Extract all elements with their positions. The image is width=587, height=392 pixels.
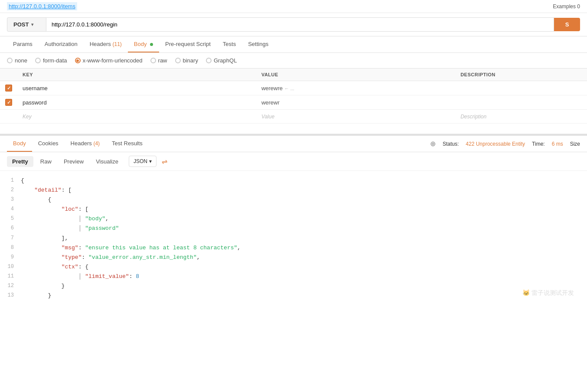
row2-value: werewr [261,99,280,106]
row3-key-cell[interactable]: Key [17,110,256,124]
tab-body[interactable]: Body [128,36,159,52]
row3-checkbox-cell [0,110,17,124]
time-value: 6 ms [552,141,563,147]
row2-value-cell[interactable]: werewr [256,95,455,110]
json-line-9: 9 "type": "value_error.any_str.min_lengt… [7,253,580,262]
radio-raw-circle [150,58,156,63]
json-line-2: 2 "detail": [ [7,186,580,195]
row3-desc-placeholder: Description [460,114,486,120]
row2-desc-cell[interactable] [455,95,587,110]
radio-binary-label: binary [183,57,198,64]
radio-none-circle [7,58,13,63]
tab-authorization[interactable]: Authorization [39,36,84,52]
tab-prerequest[interactable]: Pre-request Script [159,36,217,52]
radio-urlencoded-circle [75,58,81,63]
examples-badge: Examples 0 [553,3,580,10]
json-format-label: JSON [134,158,147,164]
json-line-4: 4 "loc": [ [7,205,580,214]
status-value: 422 Unprocessable Entity [466,141,525,147]
json-line-7: 7 ], [7,234,580,243]
row2-checkbox[interactable] [5,99,12,106]
top-hint-bar: http://127.0.0.1:8000/items Examples 0 [0,0,587,13]
table-row: username werewre ← ... [0,81,587,95]
resp-tab-cookies[interactable]: Cookies [32,136,65,152]
json-line-6: 6 │ "password" [7,224,580,233]
resp-headers-badge: (4) [93,140,100,147]
resp-tab-headers[interactable]: Headers (4) [65,136,106,152]
fmt-tab-preview[interactable]: Preview [59,156,89,167]
method-select[interactable]: POST ▾ [7,17,46,32]
radio-urlencoded[interactable]: x-www-form-urlencoded [75,57,143,64]
json-line-8: 8 "msg": "ensure this value has at least… [7,243,580,253]
table-row: Key Value Description [0,110,587,124]
row3-desc-cell[interactable]: Description [455,110,587,124]
request-bar: POST ▾ S [0,13,587,36]
radio-graphql[interactable]: GraphQL [206,57,237,64]
tab-headers[interactable]: Headers (11) [84,36,128,52]
headers-badge: (11) [112,41,121,47]
json-line-5: 5 │ "body", [7,214,580,224]
row2-checkbox-cell[interactable] [0,95,17,110]
params-table: KEY VALUE DESCRIPTION username werewre ←… [0,69,587,124]
tab-tests[interactable]: Tests [217,36,242,52]
radio-form-data[interactable]: form-data [35,57,67,64]
radio-raw[interactable]: raw [150,57,167,64]
json-line-11: 11 │ "limit_value": 8 [7,272,580,281]
row3-value-cell[interactable]: Value [256,110,455,124]
time-prefix: Time: [532,141,545,147]
method-label: POST [13,21,29,28]
watermark: 🐱 雷子说测试开发 [522,289,574,297]
fmt-tab-visualize[interactable]: Visualize [91,156,124,167]
row2-key-cell[interactable]: password [17,95,256,110]
radio-none[interactable]: none [7,57,27,64]
body-dot [150,43,153,46]
col-key-header: KEY [17,69,256,81]
row1-key: username [23,85,48,91]
row1-key-cell[interactable]: username [17,81,256,95]
method-dropdown-arrow-icon: ▾ [31,22,33,27]
response-tabs-bar: Body Cookies Headers (4) Test Results ⊕ … [0,136,587,152]
response-format-bar: Pretty Raw Preview Visualize JSON ▾ ⇌ [0,152,587,171]
json-line-3: 3 { [7,195,580,205]
radio-urlencoded-label: x-www-form-urlencoded [83,57,143,64]
json-format-select[interactable]: JSON ▾ [129,156,157,167]
radio-form-data-circle [35,58,41,63]
status-prefix: Status: [443,141,459,147]
fmt-tab-raw[interactable]: Raw [35,156,57,167]
radio-binary-circle [175,58,181,63]
globe-icon: ⊕ [430,140,436,148]
json-line-1: 1 { [7,176,580,186]
json-viewer: 1 { 2 "detail": [ 3 { 4 "loc": [ [0,171,587,306]
tab-settings[interactable]: Settings [242,36,274,52]
radio-binary[interactable]: binary [175,57,198,64]
size-label: Size [570,141,580,147]
radio-raw-label: raw [158,57,167,64]
request-tabs: Params Authorization Headers (11) Body P… [0,36,587,53]
response-section: Body Cookies Headers (4) Test Results ⊕ … [0,134,587,306]
radio-graphql-circle [206,58,212,63]
row1-value-cell[interactable]: werewre ← ... [256,81,455,95]
send-button[interactable]: S [554,18,580,31]
row3-key-placeholder: Key [23,114,32,120]
top-url-link[interactable]: http://127.0.0.1:8000/items [7,2,77,10]
wrap-icon[interactable]: ⇌ [162,157,167,166]
col-desc-header: DESCRIPTION [455,69,587,81]
json-line-12: 12 } [7,281,580,291]
json-format-arrow-icon: ▾ [149,158,152,164]
table-row: password werewr [0,95,587,110]
row1-desc-cell[interactable] [455,81,587,95]
radio-none-label: none [15,57,27,64]
row3-value-placeholder: Value [261,114,274,120]
resp-tab-body[interactable]: Body [7,136,32,152]
response-status-bar: ⊕ Status: 422 Unprocessable Entity Time:… [430,140,580,148]
resp-tab-test-results[interactable]: Test Results [106,136,149,152]
radio-graphql-label: GraphQL [214,57,237,64]
tab-params[interactable]: Params [7,36,39,52]
json-line-10: 10 "ctx": { [7,262,580,272]
fmt-tab-pretty[interactable]: Pretty [7,156,33,167]
url-input[interactable] [46,17,554,32]
col-value-header: VALUE [256,69,455,81]
row1-checkbox[interactable] [5,85,12,91]
row1-checkbox-cell[interactable] [0,81,17,95]
row2-key: password [23,99,47,106]
